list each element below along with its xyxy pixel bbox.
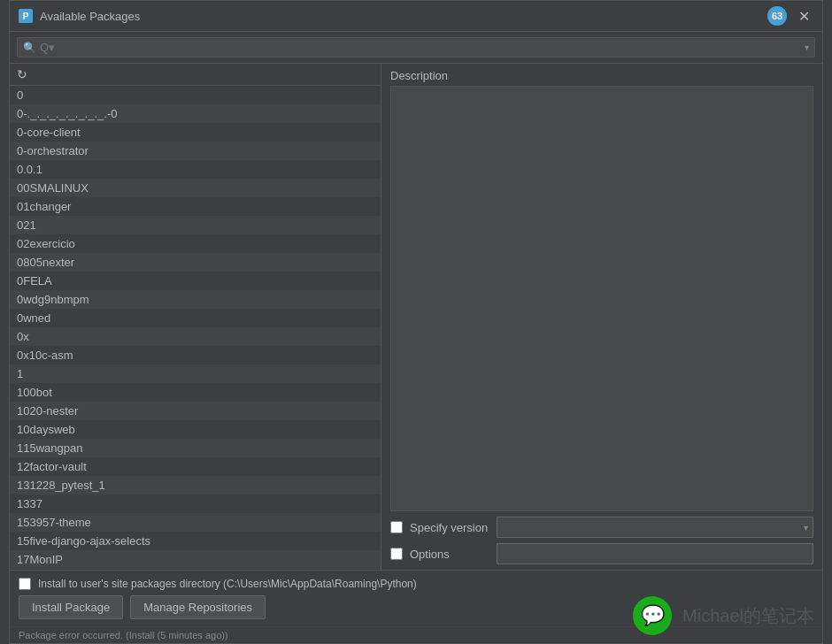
list-item[interactable]: 0wned bbox=[10, 309, 381, 327]
watermark: 💬 Michael的笔记本 bbox=[633, 596, 814, 635]
options-input[interactable] bbox=[497, 543, 813, 564]
options-area: Specify version ▾ Options bbox=[381, 511, 822, 570]
refresh-button[interactable]: ↻ bbox=[13, 65, 31, 83]
options-row: Options bbox=[390, 543, 813, 564]
close-button[interactable]: ✕ bbox=[794, 6, 813, 26]
list-item[interactable]: 0-._._._._._._._._.-0 bbox=[10, 104, 381, 123]
install-path-label: Install to user's site packages director… bbox=[38, 578, 417, 590]
list-item[interactable]: 15five-django-ajax-selects bbox=[10, 532, 381, 550]
dialog-title: Available Packages bbox=[40, 10, 760, 23]
specify-version-checkbox[interactable] bbox=[390, 521, 403, 533]
badge-count: 63 bbox=[767, 6, 787, 26]
list-item[interactable]: 12factor-vault bbox=[10, 457, 381, 476]
available-packages-dialog: P Available Packages 63 ✕ 🔍 ▾ ↻ 00-._._.… bbox=[9, 0, 823, 644]
specify-version-label: Specify version bbox=[410, 521, 489, 534]
list-item[interactable]: 0-orchestrator bbox=[10, 142, 381, 160]
status-text: Package error occurred. (Install (5 minu… bbox=[19, 630, 228, 640]
list-item[interactable]: 0.0.1 bbox=[10, 160, 381, 179]
package-list: 00-._._._._._._._._.-00-core-client0-orc… bbox=[10, 86, 381, 570]
list-item[interactable]: 115wangpan bbox=[10, 439, 381, 457]
options-checkbox[interactable] bbox=[390, 548, 403, 560]
install-path-row: Install to user's site packages director… bbox=[19, 578, 813, 590]
manage-repositories-button[interactable]: Manage Repositories bbox=[130, 595, 266, 619]
search-wrapper: 🔍 ▾ bbox=[17, 37, 815, 58]
list-item[interactable]: 100bot bbox=[10, 383, 381, 402]
app-icon: P bbox=[19, 9, 33, 23]
list-item[interactable]: 17MonIP bbox=[10, 550, 381, 569]
list-item[interactable]: 0805nexter bbox=[10, 253, 381, 272]
specify-version-row: Specify version ▾ bbox=[390, 517, 813, 538]
list-item[interactable]: 0wdg9nbmpm bbox=[10, 290, 381, 309]
list-item[interactable]: 00SMALINUX bbox=[10, 179, 381, 197]
list-item[interactable]: 1 bbox=[10, 364, 381, 383]
list-item[interactable]: 1020-nester bbox=[10, 402, 381, 420]
list-item[interactable]: 021 bbox=[10, 216, 381, 234]
list-item[interactable]: 01changer bbox=[10, 197, 381, 216]
list-item[interactable]: 131228_pytest_1 bbox=[10, 476, 381, 494]
wechat-icon: 💬 bbox=[641, 604, 665, 627]
list-item[interactable]: 0-core-client bbox=[10, 123, 381, 142]
version-select-wrapper: ▾ bbox=[497, 517, 813, 538]
options-label: Options bbox=[410, 548, 489, 561]
list-item[interactable]: 02exercicio bbox=[10, 234, 381, 253]
search-dropdown-arrow[interactable]: ▾ bbox=[805, 42, 809, 52]
title-bar: P Available Packages 63 ✕ bbox=[10, 1, 822, 32]
description-label: Description bbox=[381, 64, 822, 86]
install-package-button[interactable]: Install Package bbox=[19, 595, 123, 619]
package-list-container: ↻ 00-._._._._._._._._.-00-core-client0-o… bbox=[10, 64, 381, 570]
search-input[interactable] bbox=[40, 41, 801, 54]
list-item[interactable]: 0x bbox=[10, 327, 381, 346]
list-item[interactable]: 153957-theme bbox=[10, 513, 381, 532]
install-site-packages-checkbox[interactable] bbox=[19, 578, 31, 590]
watermark-text: Michael的笔记本 bbox=[682, 604, 814, 628]
version-select[interactable] bbox=[497, 517, 813, 538]
list-item[interactable]: 0 bbox=[10, 86, 381, 104]
right-panel: Description Specify version ▾ Opti bbox=[381, 64, 822, 570]
list-item[interactable]: 10daysweb bbox=[10, 420, 381, 439]
list-header: ↻ bbox=[10, 64, 381, 86]
wechat-logo: 💬 bbox=[633, 596, 672, 635]
main-content: ↻ 00-._._._._._._._._.-00-core-client0-o… bbox=[10, 64, 822, 570]
description-area bbox=[390, 86, 813, 511]
list-item[interactable]: 0FELA bbox=[10, 272, 381, 290]
list-item[interactable]: 0x10c-asm bbox=[10, 346, 381, 364]
list-item[interactable]: 1337 bbox=[10, 494, 381, 513]
search-bar: 🔍 ▾ bbox=[10, 32, 822, 64]
search-icon: 🔍 bbox=[23, 42, 36, 54]
